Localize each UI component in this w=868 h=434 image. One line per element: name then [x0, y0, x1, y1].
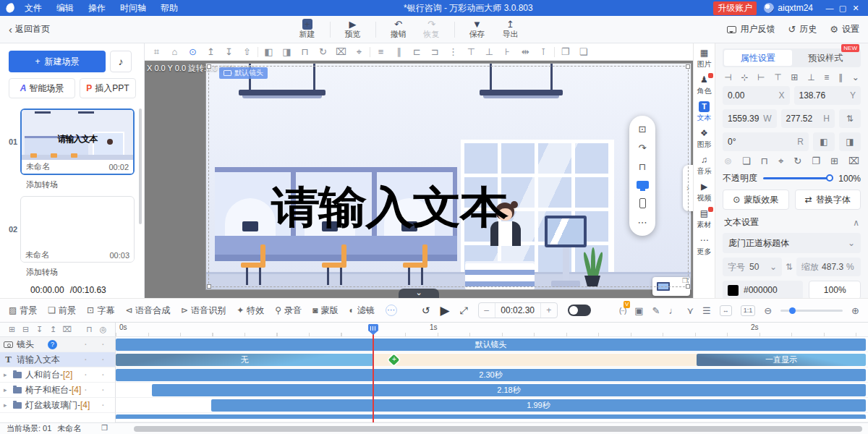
new-project-button[interactable]: + 新建: [291, 19, 324, 39]
more-options-icon[interactable]: ⊙: [184, 43, 202, 61]
group-icon[interactable]: ⊚: [724, 156, 732, 167]
resize-handle[interactable]: [207, 284, 211, 289]
maximize-button[interactable]: ▢: [836, 4, 849, 13]
mask-effect-button[interactable]: ⊙ 蒙版效果: [723, 190, 789, 210]
track-label-partial[interactable]: [0, 413, 116, 422]
edit-tool-icon[interactable]: ✎: [652, 305, 660, 316]
copy-icon[interactable]: ❐: [812, 156, 820, 167]
fit-width-icon[interactable]: ↔: [720, 305, 732, 316]
preview-button[interactable]: ▶ 预览: [336, 19, 370, 39]
distribute-icon[interactable]: ⋮: [444, 43, 462, 61]
ruler-icon[interactable]: ⌗: [148, 43, 166, 61]
align-v-center-icon[interactable]: ∥: [390, 43, 408, 61]
resize-handle[interactable]: [207, 64, 211, 69]
group-clip[interactable]: 1.99秒: [211, 399, 866, 412]
width-field[interactable]: 1559.39W: [723, 109, 777, 128]
track-label-camera[interactable]: 镜头 ? ··: [0, 337, 116, 352]
rotation-field[interactable]: 0°R: [723, 132, 809, 151]
help-icon[interactable]: ?: [48, 340, 57, 349]
more-icon[interactable]: ⋯: [638, 218, 647, 227]
delete-icon[interactable]: ⌧: [848, 156, 859, 167]
close-button[interactable]: ✕: [849, 4, 862, 13]
tab-properties[interactable]: 属性设置: [724, 50, 792, 66]
effects-button[interactable]: ✦ 特效: [237, 305, 264, 317]
lock-icon[interactable]: ⊓: [761, 156, 768, 167]
text-color-field[interactable]: #000000: [723, 281, 803, 299]
expand-arrow-icon[interactable]: ▸: [4, 371, 9, 378]
align-middle-h-icon[interactable]: ≡: [824, 72, 829, 82]
x-field[interactable]: 0.00X: [723, 86, 790, 105]
text-hold-segment[interactable]: +: [373, 354, 697, 366]
adjust-tool-icon[interactable]: ☰: [702, 305, 711, 316]
time-increase-button[interactable]: +: [541, 305, 557, 315]
settings-button[interactable]: ⚙ 设置: [830, 23, 859, 35]
phone-view-icon[interactable]: [639, 198, 646, 208]
mask-button[interactable]: ◙ 蒙版: [312, 305, 338, 317]
sidebar-scrollbar[interactable]: [139, 109, 142, 224]
panel-collapse-tab[interactable]: ›: [683, 165, 693, 211]
flip-horizontal-button[interactable]: ◧: [813, 132, 835, 151]
visibility-column-icon[interactable]: ◎: [96, 325, 110, 334]
add-group-icon[interactable]: ⊞: [5, 325, 19, 334]
select-same-icon[interactable]: ⌖: [778, 156, 783, 167]
more-tools-icon[interactable]: ⋯: [386, 305, 397, 316]
y-field[interactable]: 138.76Y: [794, 86, 861, 105]
rail-item-video[interactable]: ▶ 视频: [694, 182, 715, 203]
font-size-select[interactable]: 字号50 ⌄: [723, 258, 782, 276]
unlock-icon[interactable]: ⊓: [639, 162, 646, 171]
preview-widget[interactable]: ❐: [652, 277, 690, 296]
tab-presets[interactable]: 预设样式 NEW: [792, 50, 860, 66]
align-left-icon[interactable]: ⊏: [408, 43, 426, 61]
align-center-v-icon[interactable]: ⊞: [791, 72, 798, 82]
speech-recognition-button[interactable]: ⊳ 语音识别: [181, 305, 226, 317]
default-camera-label[interactable]: 默认镜头: [219, 67, 268, 79]
timeline-ruler[interactable]: 0s 1s 2s: [116, 323, 868, 337]
preview-toggle[interactable]: [568, 305, 591, 316]
one-to-one-icon[interactable]: 1:1: [741, 305, 756, 316]
bring-to-front-icon[interactable]: ↥: [202, 43, 220, 61]
distribute-v-icon[interactable]: ⊺: [535, 43, 553, 61]
expand-arrow-icon[interactable]: ▸: [4, 401, 9, 409]
group-clip[interactable]: 2.30秒: [116, 369, 866, 381]
flip-horizontal-icon[interactable]: ◧: [260, 43, 278, 61]
align-bottom-icon[interactable]: ⊥: [807, 72, 814, 82]
height-field[interactable]: 277.52H: [781, 109, 835, 128]
replay-icon[interactable]: ↺: [422, 305, 430, 316]
rail-item-material[interactable]: ▤ 素材: [694, 208, 715, 230]
rail-item-more[interactable]: ⋯ 更多: [694, 235, 715, 257]
voice-tool-icon[interactable]: ♩: [668, 305, 678, 316]
auto-mark-icon[interactable]: (··) V: [619, 307, 626, 315]
text-exit-segment[interactable]: 一直显示: [697, 354, 866, 366]
align-center-h-icon[interactable]: ⊹: [741, 72, 748, 82]
menu-operate[interactable]: 操作: [88, 2, 106, 14]
rail-item-character[interactable]: ♟ 角色: [694, 75, 715, 96]
align-canvas-center-icon[interactable]: ⌖: [350, 43, 368, 61]
chevron-down-icon[interactable]: ⌄: [852, 72, 859, 82]
rotate-device-icon[interactable]: ↷: [639, 143, 647, 153]
minimize-button[interactable]: —: [823, 4, 836, 12]
tts-button[interactable]: ⊲ 语音合成: [125, 305, 170, 317]
track-label-text[interactable]: T 请输入文本 ··: [0, 352, 116, 367]
camera-tool-icon[interactable]: ▣: [634, 305, 643, 316]
scene-music-button[interactable]: ♪: [110, 51, 132, 72]
rail-item-music[interactable]: ♫ 音乐: [694, 155, 715, 176]
rotate-icon[interactable]: ↻: [793, 156, 801, 167]
subtitle-button[interactable]: ⊡ 字幕: [87, 305, 114, 317]
collapse-icon[interactable]: ∧: [853, 218, 859, 228]
move-up-icon[interactable]: ↥: [46, 325, 60, 334]
smart-scene-button[interactable]: A 智能场景: [9, 78, 75, 98]
scene-thumbnail-1[interactable]: 请输入文本 未命名 00:02: [20, 109, 135, 175]
expand-arrow-icon[interactable]: ▸: [4, 386, 9, 393]
replace-font-button[interactable]: ⇄ 替换字体: [795, 190, 861, 210]
scale-field[interactable]: 缩放487.3%: [796, 258, 861, 276]
opacity-slider[interactable]: [763, 177, 833, 179]
send-to-back-icon[interactable]: ↧: [220, 43, 238, 61]
track-label-group-3[interactable]: ▸ 灯盆栽玻璃门-[4] ··: [0, 398, 116, 413]
bring-forward-icon[interactable]: ⇧: [238, 43, 256, 61]
track-label-group-2[interactable]: ▸ 椅子和柜台-[4] ··: [0, 383, 116, 398]
ungroup-icon[interactable]: ⊟: [19, 325, 33, 334]
zoom-in-icon[interactable]: ⊕: [851, 305, 859, 316]
color-opacity-field[interactable]: 100%: [809, 281, 861, 299]
record-button[interactable]: ⚲ 录音: [275, 305, 302, 317]
menu-edit[interactable]: 编辑: [56, 2, 74, 14]
